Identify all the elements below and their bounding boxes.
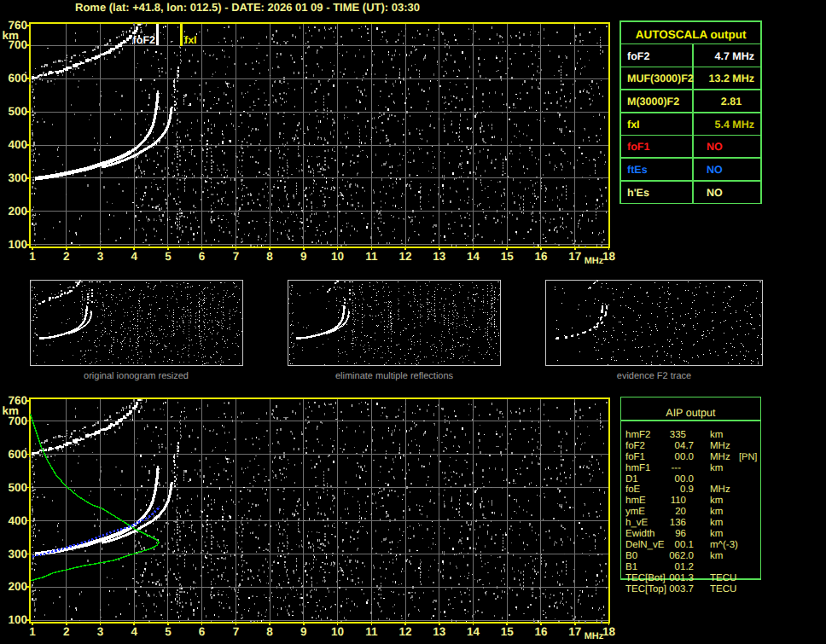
svg-text:7: 7 <box>233 625 240 638</box>
svg-text:700: 700 <box>8 38 27 51</box>
svg-text:1: 1 <box>29 625 36 638</box>
svg-text:km: km <box>710 507 723 517</box>
svg-text:110: 110 <box>671 496 686 506</box>
svg-text:km: km <box>710 430 723 440</box>
svg-text:foF2: foF2 <box>625 441 645 451</box>
svg-text:MUF(3000)F2: MUF(3000)F2 <box>627 73 694 84</box>
svg-text:DelN_vE: DelN_vE <box>625 540 665 550</box>
svg-text:5: 5 <box>165 250 172 263</box>
svg-text:20: 20 <box>675 507 686 517</box>
svg-text:foF1: foF1 <box>627 141 649 153</box>
svg-text:12: 12 <box>398 250 411 263</box>
svg-text:18: 18 <box>602 625 616 638</box>
svg-text:3: 3 <box>97 625 104 638</box>
svg-text:14: 14 <box>467 250 480 263</box>
svg-text:NO: NO <box>707 141 723 153</box>
svg-text:136: 136 <box>670 518 686 528</box>
svg-text:eliminate multiple reflections: eliminate multiple reflections <box>335 371 454 381</box>
svg-text:400: 400 <box>8 514 27 527</box>
svg-text:---: --- <box>672 463 682 473</box>
svg-text:6: 6 <box>199 625 206 638</box>
svg-text:10: 10 <box>331 625 344 638</box>
svg-text:TEC[Bot]: TEC[Bot] <box>625 573 666 583</box>
svg-text:km: km <box>710 496 723 506</box>
svg-text:4: 4 <box>131 250 137 263</box>
svg-text:foE: foE <box>625 484 641 495</box>
svg-text:original ionogram resized: original ionogram resized <box>84 371 189 381</box>
svg-text:foF2: foF2 <box>627 50 649 62</box>
svg-text:5: 5 <box>165 625 172 638</box>
svg-text:00.1: 00.1 <box>675 540 694 550</box>
svg-text:hmF1: hmF1 <box>625 463 650 473</box>
svg-text:11: 11 <box>365 250 378 263</box>
svg-text:h'Es: h'Es <box>627 187 649 199</box>
svg-text:00.0: 00.0 <box>675 452 694 462</box>
svg-text:500: 500 <box>8 105 27 118</box>
svg-text:foF1: foF1 <box>625 452 645 462</box>
svg-text:0.9: 0.9 <box>680 484 694 495</box>
svg-text:4.7 MHz: 4.7 MHz <box>714 50 754 62</box>
svg-text:7: 7 <box>233 250 240 263</box>
svg-text:ymE: ymE <box>625 507 645 517</box>
svg-text:200: 200 <box>8 580 27 593</box>
svg-text:h_vE: h_vE <box>625 518 649 528</box>
svg-text:8: 8 <box>266 625 273 638</box>
svg-text:AUTOSCALA output: AUTOSCALA output <box>636 28 747 41</box>
svg-text:003.7: 003.7 <box>669 584 694 595</box>
svg-text:300: 300 <box>8 171 27 184</box>
svg-text:MHz: MHz <box>585 631 604 641</box>
svg-text:km: km <box>710 518 723 528</box>
svg-text:Ewidth: Ewidth <box>625 529 655 539</box>
svg-text:17: 17 <box>568 625 581 638</box>
svg-text:fxI: fxI <box>184 34 197 46</box>
svg-text:km: km <box>710 463 723 473</box>
svg-text:17: 17 <box>568 250 581 263</box>
svg-text:001.3: 001.3 <box>669 573 694 583</box>
svg-text:100: 100 <box>8 238 27 251</box>
svg-text:9: 9 <box>300 625 307 638</box>
svg-text:13.2 MHz: 13.2 MHz <box>709 73 755 84</box>
svg-text:4: 4 <box>131 625 137 638</box>
svg-text:TEC[Top]: TEC[Top] <box>625 584 666 595</box>
svg-text:1: 1 <box>29 250 36 263</box>
svg-text:ftEs: ftEs <box>627 164 648 176</box>
svg-text:NO: NO <box>707 164 723 176</box>
svg-text:Rome (lat: +41.8, lon: 012.5): Rome (lat: +41.8, lon: 012.5) - DATE: 20… <box>75 1 420 14</box>
svg-text:MHz: MHz <box>710 452 730 462</box>
svg-text:B1: B1 <box>625 562 637 572</box>
svg-text:300: 300 <box>8 548 27 560</box>
svg-text:fxI: fxI <box>627 119 640 131</box>
svg-text:335: 335 <box>670 430 686 440</box>
svg-text:15: 15 <box>501 250 515 263</box>
svg-text:04.7: 04.7 <box>675 441 694 451</box>
svg-text:10: 10 <box>331 250 344 263</box>
svg-text:NO: NO <box>707 187 723 199</box>
svg-text:D1: D1 <box>625 474 638 484</box>
svg-text:M(3000)F2: M(3000)F2 <box>627 96 679 107</box>
svg-text:16: 16 <box>534 250 548 263</box>
svg-text:400: 400 <box>8 138 27 151</box>
svg-text:01.2: 01.2 <box>675 562 694 572</box>
svg-text:18: 18 <box>602 250 616 263</box>
svg-text:km: km <box>710 529 723 539</box>
svg-text:600: 600 <box>8 448 27 461</box>
svg-text:00.0: 00.0 <box>675 474 694 484</box>
svg-text:600: 600 <box>8 72 27 84</box>
svg-text:TECU: TECU <box>710 573 736 583</box>
svg-text:13: 13 <box>433 625 446 638</box>
svg-text:14: 14 <box>467 625 480 638</box>
svg-text:13: 13 <box>433 250 446 263</box>
svg-text:5.4 MHz: 5.4 MHz <box>714 119 754 131</box>
svg-text:MHz: MHz <box>585 256 604 266</box>
svg-text:[PN]: [PN] <box>739 452 757 462</box>
svg-text:2: 2 <box>63 625 70 638</box>
svg-text:B0: B0 <box>625 551 637 561</box>
svg-text:AIP output: AIP output <box>666 407 716 419</box>
svg-text:evidence F2 trace: evidence F2 trace <box>617 371 691 381</box>
svg-text:2: 2 <box>63 250 70 263</box>
svg-text:12: 12 <box>398 625 411 638</box>
svg-text:700: 700 <box>8 415 27 427</box>
svg-text:15: 15 <box>501 625 515 638</box>
svg-text:6: 6 <box>199 250 206 263</box>
svg-text:foF2: foF2 <box>133 34 155 46</box>
